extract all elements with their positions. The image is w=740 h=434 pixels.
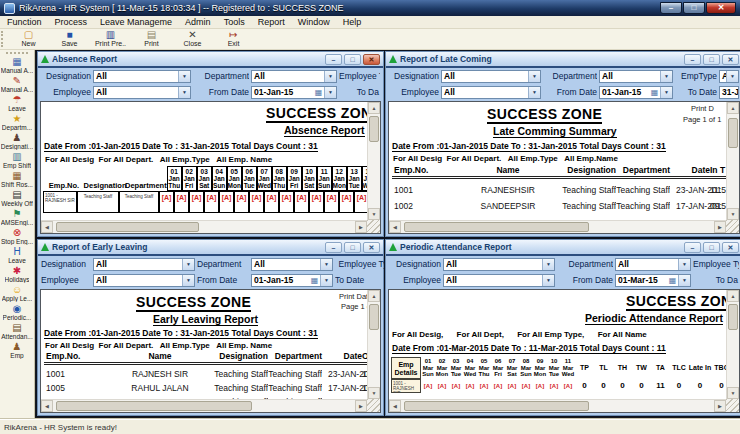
vertical-scrollbar[interactable] (726, 290, 739, 399)
department-select[interactable]: All (251, 258, 333, 271)
from-date-picker[interactable]: 01-Mar-15 (615, 274, 691, 287)
vertical-scrollbar[interactable] (726, 102, 739, 220)
dropdown-icon[interactable] (678, 275, 690, 286)
resize-grip[interactable] (367, 399, 380, 412)
sidebar-item[interactable]: ▤ Attendan... (0, 322, 35, 340)
employee-select[interactable]: All (93, 274, 195, 287)
employee-select[interactable]: All (441, 86, 541, 99)
minimize-button[interactable] (684, 242, 701, 253)
sidebar-item[interactable]: ♟ Emp (0, 341, 35, 359)
dropdown-icon[interactable] (178, 87, 190, 98)
menu-item[interactable]: Leave Manageme (100, 17, 172, 27)
menu-item[interactable]: Admin (185, 17, 211, 27)
dropdown-icon[interactable] (324, 71, 336, 82)
scrollbar-thumb[interactable] (369, 116, 379, 142)
dropdown-icon[interactable] (542, 259, 554, 270)
menu-item[interactable]: Function (7, 17, 42, 27)
sidebar-item[interactable]: ★ Departm... (0, 113, 35, 131)
resize-grip[interactable] (726, 220, 739, 233)
vertical-scrollbar[interactable] (367, 102, 380, 220)
main-titlebar[interactable]: RikArena - HR System [ 11-Mar-15 18:03:3… (0, 0, 740, 16)
dropdown-icon[interactable] (182, 275, 194, 286)
dropdown-icon[interactable] (726, 71, 738, 82)
dropdown-icon[interactable] (320, 275, 332, 286)
horizontal-scrollbar[interactable] (389, 399, 726, 412)
maximize-button[interactable] (683, 2, 705, 14)
scrollbar-thumb[interactable] (404, 401, 589, 411)
from-date-picker[interactable]: 01-Jan-15 (251, 274, 333, 287)
scroll-up-icon[interactable] (727, 102, 739, 114)
employee-type-select[interactable]: All (719, 70, 739, 83)
scroll-left-icon[interactable] (389, 221, 401, 233)
department-select[interactable]: All (251, 70, 337, 83)
scrollbar-thumb[interactable] (728, 118, 738, 148)
maximize-button[interactable] (703, 54, 720, 65)
scroll-left-icon[interactable] (41, 400, 53, 412)
scroll-up-icon[interactable] (368, 290, 380, 302)
sidebar-item[interactable]: ⚑ AMSEngi... (0, 208, 35, 226)
sidebar-item[interactable]: ▦ Shift Ros... (0, 170, 35, 188)
maximize-button[interactable] (344, 242, 361, 253)
close-button[interactable] (363, 242, 380, 253)
minimize-button[interactable] (325, 242, 342, 253)
department-select[interactable]: All (599, 70, 673, 83)
from-date-picker[interactable]: 01-Jan-15 (599, 86, 673, 99)
scrollbar-thumb[interactable] (56, 401, 252, 411)
maximize-button[interactable] (344, 54, 361, 65)
from-date-picker[interactable]: 01-Jan-15 (251, 86, 337, 99)
scrollbar-thumb[interactable] (369, 304, 379, 330)
menu-item[interactable]: Report (258, 17, 285, 27)
toolbar-grip-icon[interactable] (1, 31, 7, 47)
close-button[interactable] (722, 54, 739, 65)
resize-grip[interactable] (726, 399, 739, 412)
scroll-right-icon[interactable] (355, 221, 367, 233)
dropdown-icon[interactable] (528, 71, 540, 82)
scroll-down-icon[interactable] (368, 387, 380, 399)
sidebar-item[interactable]: ◉ Periodic... (0, 303, 35, 321)
designation-select[interactable]: All (443, 258, 555, 271)
horizontal-scrollbar[interactable] (389, 220, 726, 233)
scroll-up-icon[interactable] (727, 290, 739, 302)
scroll-right-icon[interactable] (714, 221, 726, 233)
dropdown-icon[interactable] (528, 87, 540, 98)
sidebar-item[interactable]: ♟ Designati... (0, 132, 35, 150)
designation-select[interactable]: All (93, 258, 195, 271)
scrollbar-thumb[interactable] (56, 222, 199, 232)
dropdown-icon[interactable] (660, 71, 672, 82)
toolbar-button[interactable]: ✕ Close (172, 29, 213, 49)
close-button[interactable] (363, 54, 380, 65)
resize-grip[interactable] (367, 220, 380, 233)
dropdown-icon[interactable] (542, 275, 554, 286)
employee-select[interactable]: All (443, 274, 555, 287)
toolbar-button[interactable]: ↦ Exit (213, 29, 254, 49)
toolbar-button[interactable]: ▥ Print Pre.. (90, 29, 131, 49)
minimize-button[interactable] (660, 2, 682, 14)
sidebar-item[interactable]: ⊗ Stop Eng... (0, 227, 35, 245)
employee-select[interactable]: All (93, 86, 191, 99)
menu-item[interactable]: Process (55, 17, 88, 27)
sidebar-grip-icon[interactable] (6, 52, 28, 54)
scroll-up-icon[interactable] (368, 102, 380, 114)
horizontal-scrollbar[interactable] (41, 220, 367, 233)
designation-select[interactable]: All (441, 70, 541, 83)
menu-item[interactable]: Tools (224, 17, 245, 27)
minimize-button[interactable] (325, 54, 342, 65)
horizontal-scrollbar[interactable] (41, 399, 367, 412)
dropdown-icon[interactable] (320, 259, 332, 270)
vertical-scrollbar[interactable] (367, 290, 380, 399)
toolbar-button[interactable]: ▤ Print (131, 29, 172, 49)
scrollbar-thumb[interactable] (728, 304, 738, 330)
absence-window-titlebar[interactable]: Absence Report (38, 52, 383, 68)
early-leaving-window-titlebar[interactable]: Report of Early Leaving (38, 240, 383, 256)
toolbar-button[interactable]: ■ Save (49, 29, 90, 49)
maximize-button[interactable] (703, 242, 720, 253)
scrollbar-thumb[interactable] (404, 222, 589, 232)
sidebar-item[interactable]: H Leave (0, 246, 35, 264)
close-button[interactable] (722, 242, 739, 253)
menu-item[interactable]: Help (343, 17, 362, 27)
dropdown-icon[interactable] (178, 71, 190, 82)
dropdown-icon[interactable] (660, 87, 672, 98)
menu-item[interactable]: Window (298, 17, 330, 27)
toolbar-button[interactable]: ▢ New (8, 29, 49, 49)
dropdown-icon[interactable] (182, 259, 194, 270)
